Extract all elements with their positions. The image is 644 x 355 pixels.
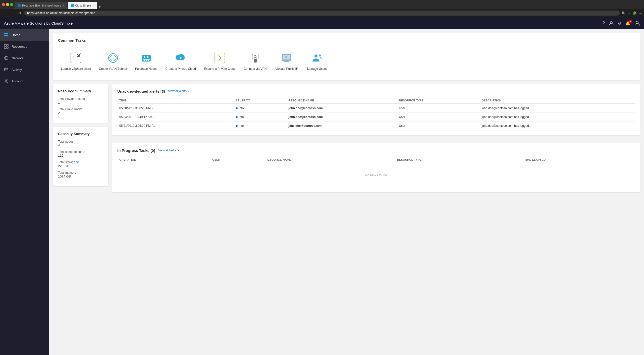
svg-point-29 [314, 54, 317, 57]
summary-total-nodes: Total nodes 4 [58, 140, 103, 147]
total-compute-cores-label: Total compute cores [58, 150, 103, 154]
task-create-vlan[interactable]: Create VLAN/Subnet [96, 47, 130, 75]
browser-window-controls [2, 3, 13, 6]
task-expand-private-cloud[interactable]: Expand a Private Cloud [201, 47, 239, 75]
help-icon[interactable]: ? [603, 21, 605, 25]
col-time: TIME [117, 97, 234, 104]
total-private-clouds-value: 1 [58, 101, 103, 104]
total-memory-label: Total memory [58, 171, 103, 174]
sidebar: Home Resources N [0, 29, 49, 355]
window-close-button[interactable] [2, 3, 5, 6]
svg-rect-11 [5, 68, 8, 71]
alert-description-2: jane.doe@contoso.com has logged... [479, 121, 635, 130]
sidebar-item-activity[interactable]: Activity [0, 64, 49, 75]
svg-rect-3 [6, 33, 8, 34]
col-severity: SEVERITY [234, 97, 286, 104]
alerts-title: Unacknowledged alerts (3) [117, 89, 165, 93]
task-label-connect-vpn: Connect via VPN [244, 67, 266, 71]
main-layout: Home Resources N [0, 29, 644, 355]
sidebar-item-resources[interactable]: Resources [0, 41, 49, 52]
resource-summary-panel: Resource Summary Total Private Clouds 1 … [53, 84, 108, 123]
summary-total-storage: Total storage ⓘ 22.5 TB [58, 160, 103, 168]
total-storage-label: Total storage ⓘ [58, 160, 103, 164]
window-maximize-button[interactable] [10, 3, 13, 6]
more-icon[interactable]: ⋯ [639, 11, 642, 15]
svg-rect-5 [6, 35, 8, 36]
alert-severity-0: Info [234, 104, 286, 113]
view-all-tasks-link[interactable]: View all tasks > [158, 149, 179, 152]
tab-close-cloudsimple[interactable]: × [92, 4, 94, 7]
alert-resource-type-1: User [397, 112, 479, 121]
star-icon[interactable]: ☆ [628, 11, 631, 15]
settings-icon[interactable]: ⚙ [618, 21, 621, 26]
tab-cloudsimple[interactable]: CloudSimple × [68, 2, 97, 9]
alert-resource-type-0: User [397, 104, 479, 113]
alert-description-0: john.doe@contoso.com has logged... [479, 104, 635, 113]
task-label-manage-users: Manage Users [307, 67, 327, 71]
topbar-user-icon[interactable] [609, 21, 614, 26]
tab-favicon-azure [18, 4, 21, 7]
severity-dot-1 [236, 116, 238, 118]
browser-toolbar-icons: 🔍 ☆ 🧩 ⋯ [622, 11, 642, 15]
task-label-allocate-ip: Allocate Public IP [275, 67, 298, 71]
alerts-card: Unacknowledged alerts (3) View all alert… [112, 84, 640, 135]
tasks-title: In Progress Tasks (0) [117, 148, 155, 153]
view-all-alerts-link[interactable]: View all alerts > [168, 89, 189, 93]
address-bar-input[interactable] [24, 11, 620, 16]
account-icon[interactable] [634, 20, 640, 26]
alerts-table: TIME SEVERITY RESOURCE NAME RESOURCE TYP… [117, 97, 635, 130]
task-create-private-cloud[interactable]: Create a Private Cloud [163, 47, 199, 75]
connect-vpn-icon [249, 51, 262, 65]
task-col-time-elapsed: TIME ELAPSED [522, 157, 635, 163]
svg-rect-7 [7, 44, 8, 46]
alerts-header: Unacknowledged alerts (3) View all alert… [117, 89, 635, 93]
storage-info-icon[interactable]: ⓘ [76, 161, 79, 164]
alerts-table-body: 05/30/2019 3:00:26 PM P... Info john.doe… [117, 104, 635, 130]
common-tasks-title: Common Tasks [58, 38, 635, 42]
tab-favicon-cloudsimple [71, 4, 74, 7]
sidebar-item-network[interactable]: Network [0, 52, 49, 64]
task-label-expand-private-cloud: Expand a Private Cloud [204, 67, 236, 71]
task-allocate-ip[interactable]: Allocate Public IP [272, 47, 301, 75]
nav-back-button[interactable]: ← [2, 11, 8, 16]
nav-forward-button[interactable]: → [10, 11, 15, 16]
create-vlan-icon [106, 51, 120, 65]
alerts-table-header: TIME SEVERITY RESOURCE NAME RESOURCE TYP… [117, 97, 635, 104]
task-launch-vsphere[interactable]: Launch vSphere client [58, 47, 94, 75]
sidebar-panels: Resource Summary Total Private Clouds 1 … [53, 84, 108, 196]
home-icon [4, 33, 9, 37]
tasks-grid: Launch vSphere client Create VLAN/Subnet [58, 47, 635, 75]
app-topbar: Azure VMware Solutions by CloudSimple ? … [0, 17, 644, 29]
alert-time-2: 05/21/2019 3:05:20 PM P... [117, 121, 234, 130]
svg-point-16 [144, 56, 145, 58]
nav-refresh-button[interactable]: ↻ [17, 11, 22, 16]
topbar-icons: ? ⚙ 🔔 9 [603, 20, 640, 26]
total-nodes-label: Total nodes [58, 140, 103, 143]
task-purchase-nodes[interactable]: Purchase Nodes [132, 47, 160, 75]
two-col-area: Resource Summary Total Private Clouds 1 … [53, 84, 640, 196]
tab-close-azure[interactable]: × [63, 4, 64, 7]
tab-label-cloudsimple: CloudSimple [75, 4, 91, 7]
main-panels: Unacknowledged alerts (3) View all alert… [112, 84, 640, 196]
tasks-table-body: No tasks found [117, 163, 635, 187]
task-manage-users[interactable]: Manage Users [303, 47, 331, 75]
common-tasks-card: Common Tasks Launch vSphere client [53, 33, 640, 80]
tab-azure[interactable]: Resource Title - Microsoft Azure × [15, 2, 67, 9]
notification-badge: 9 [628, 20, 632, 23]
bell-icon[interactable]: 🔔 9 [625, 21, 630, 26]
new-tab-button[interactable]: + [97, 5, 102, 9]
sidebar-item-account[interactable]: Account [0, 75, 49, 87]
task-col-resource-type: RESOURCE TYPE [395, 157, 522, 163]
capacity-summary-title: Capacity Summary [58, 132, 103, 136]
total-private-clouds-label: Total Private Clouds [58, 97, 103, 101]
sidebar-item-home[interactable]: Home [0, 29, 49, 41]
svg-point-12 [6, 80, 7, 82]
svg-point-24 [254, 55, 256, 57]
sidebar-label-account: Account [12, 79, 23, 83]
window-minimize-button[interactable] [6, 3, 9, 6]
task-connect-vpn[interactable]: Connect via VPN [241, 47, 270, 75]
sidebar-label-home: Home [12, 33, 20, 37]
svg-rect-2 [4, 33, 6, 34]
total-cloud-racks-label: Total Cloud Racks [58, 107, 103, 111]
tasks-empty-row: No tasks found [117, 163, 635, 187]
